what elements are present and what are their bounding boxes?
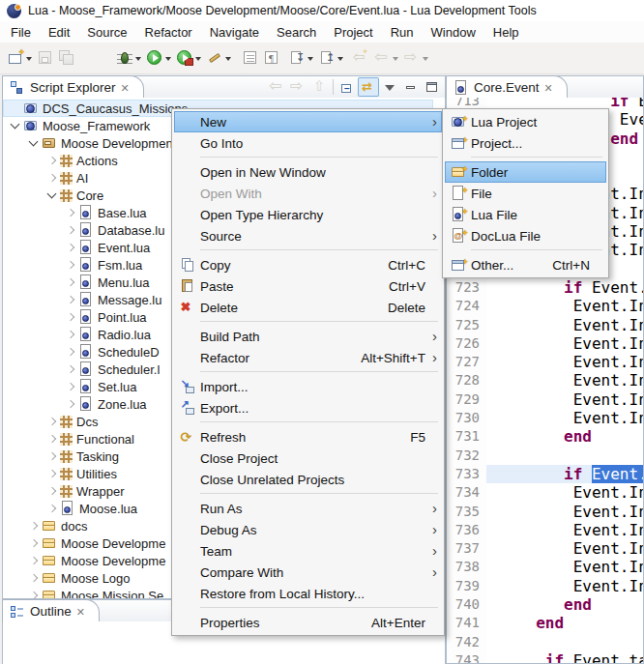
show-whitespace-button[interactable] xyxy=(261,45,282,71)
menu-item-close-unrelated-projects[interactable]: Close Unrelated Projects xyxy=(174,469,442,490)
menu-item-lua-project[interactable]: Lua Project xyxy=(445,111,606,132)
menu-item-open-type-hierarchy[interactable]: Open Type Hierarchy xyxy=(174,204,442,225)
submenu-arrow-icon xyxy=(425,229,437,244)
menu-item-export[interactable]: Export... xyxy=(174,397,442,419)
menu-item-build-path[interactable]: Build Path xyxy=(174,326,442,347)
menu-item-compare-with[interactable]: Compare With xyxy=(174,562,442,583)
menu-item-debug-as[interactable]: Debug As xyxy=(174,519,442,540)
tab-outline[interactable]: Outline xyxy=(2,599,100,622)
tree-item-label: Wrapper xyxy=(76,484,125,499)
menu-item-delete[interactable]: DeleteDelete xyxy=(174,297,442,318)
chevron-collapsed-icon[interactable] xyxy=(64,241,77,254)
menu-item-label: Build Path xyxy=(200,330,425,344)
close-icon[interactable] xyxy=(121,80,130,95)
menu-item-file[interactable]: File xyxy=(445,183,606,204)
maximize-button[interactable] xyxy=(422,77,443,97)
chevron-collapsed-icon[interactable] xyxy=(64,293,77,306)
chevron-collapsed-icon[interactable] xyxy=(45,154,59,167)
back-button xyxy=(371,45,401,71)
mark-occurrences-button[interactable] xyxy=(240,45,261,71)
chevron-collapsed-icon[interactable] xyxy=(27,536,41,550)
chevron-collapsed-icon[interactable] xyxy=(45,467,59,480)
menu-item-import[interactable]: Import... xyxy=(174,376,442,397)
new-wizard-button[interactable] xyxy=(5,45,35,71)
menu-item-close-project[interactable]: Close Project xyxy=(174,447,442,469)
run-external-button[interactable] xyxy=(174,45,204,71)
chevron-expanded-icon[interactable] xyxy=(9,119,22,132)
run-button[interactable] xyxy=(144,45,174,71)
lua-file-icon xyxy=(78,379,94,394)
chevron-collapsed-icon[interactable] xyxy=(27,554,41,567)
menubar-item-project[interactable]: Project xyxy=(325,22,381,43)
menubar-item-file[interactable]: File xyxy=(2,22,40,43)
chevron-collapsed-icon[interactable] xyxy=(64,206,77,219)
menu-item-refactor[interactable]: RefactorAlt+Shift+T xyxy=(174,347,442,368)
menubar-item-source[interactable]: Source xyxy=(78,22,135,43)
menu-item-source[interactable]: Source xyxy=(174,225,442,246)
menu-item-team[interactable]: Team xyxy=(174,540,442,562)
chevron-collapsed-icon[interactable] xyxy=(64,380,77,393)
code-segment: Event.IniD xyxy=(489,316,643,334)
chevron-collapsed-icon[interactable] xyxy=(64,310,77,324)
close-icon[interactable] xyxy=(544,80,553,95)
menubar-item-run[interactable]: Run xyxy=(382,22,423,43)
menu-item-run-as[interactable]: Run As xyxy=(174,498,442,519)
chevron-collapsed-icon[interactable] xyxy=(45,502,59,515)
chevron-collapsed-icon[interactable] xyxy=(45,449,59,463)
chevron-collapsed-icon[interactable] xyxy=(45,484,59,498)
chevron-collapsed-icon[interactable] xyxy=(64,223,77,237)
menubar-item-refactor[interactable]: Refactor xyxy=(136,22,201,43)
menu-item-project[interactable]: Project... xyxy=(445,132,606,154)
menu-item-new[interactable]: New xyxy=(174,111,442,132)
chevron-collapsed-icon[interactable] xyxy=(64,397,77,411)
menubar-item-edit[interactable]: Edit xyxy=(40,22,78,43)
chevron-collapsed-icon[interactable] xyxy=(45,432,59,446)
next-annotation-button[interactable] xyxy=(286,45,316,71)
menubar-item-window[interactable]: Window xyxy=(423,22,484,43)
menu-item-doclua-file[interactable]: DocLua File xyxy=(445,225,606,246)
menu-item-open-in-new-window[interactable]: Open in New Window xyxy=(174,161,442,183)
code-text: if Event.IniO xyxy=(486,278,643,297)
view-menu-button[interactable] xyxy=(379,77,400,97)
close-icon[interactable] xyxy=(76,604,85,619)
link-with-editor-button[interactable] xyxy=(358,77,379,97)
previous-annotation-button[interactable] xyxy=(316,45,346,71)
chevron-collapsed-icon[interactable] xyxy=(45,415,59,428)
code-line: 732 xyxy=(447,447,643,465)
menu-item-properties[interactable]: PropertiesAlt+Enter xyxy=(174,612,442,633)
tree-item-label: Actions xyxy=(76,154,118,168)
toolbar-separator xyxy=(333,79,334,95)
tab-core-event[interactable]: Core.Event xyxy=(446,75,568,99)
menu-item-label: Other... xyxy=(471,258,535,273)
chevron-collapsed-icon[interactable] xyxy=(64,362,77,376)
collapse-all-button[interactable] xyxy=(337,77,358,97)
menu-item-copy[interactable]: CopyCtrl+C xyxy=(174,254,442,275)
menu-item-refresh[interactable]: RefreshF5 xyxy=(174,426,442,447)
minimize-button[interactable] xyxy=(400,77,422,97)
menubar-item-help[interactable]: Help xyxy=(484,22,528,43)
chevron-collapsed-icon[interactable] xyxy=(45,171,59,185)
chevron-collapsed-icon[interactable] xyxy=(64,275,77,289)
menu-item-label: Export... xyxy=(200,401,425,416)
pencil-button[interactable] xyxy=(204,45,234,71)
chevron-collapsed-icon[interactable] xyxy=(27,571,41,585)
menubar-item-navigate[interactable]: Navigate xyxy=(201,22,268,43)
menu-item-lua-file[interactable]: Lua File xyxy=(445,204,606,225)
lua-file-icon xyxy=(78,396,94,412)
chevron-collapsed-icon[interactable] xyxy=(27,589,41,598)
menu-item-folder[interactable]: Folder xyxy=(445,161,606,183)
menu-item-other[interactable]: Other...Ctrl+N xyxy=(445,254,606,275)
menu-item-paste[interactable]: PasteCtrl+V xyxy=(174,275,442,297)
menu-item-restore-from-local-history[interactable]: Restore from Local History... xyxy=(174,583,442,604)
chevron-collapsed-icon[interactable] xyxy=(64,345,77,359)
chevron-expanded-icon[interactable] xyxy=(45,188,59,202)
chevron-collapsed-icon[interactable] xyxy=(64,258,77,272)
menubar-item-search[interactable]: Search xyxy=(268,22,325,43)
link-with-editor-icon xyxy=(361,79,376,95)
tab-script-explorer[interactable]: Script Explorer xyxy=(2,75,144,99)
chevron-collapsed-icon[interactable] xyxy=(27,519,41,533)
chevron-collapsed-icon[interactable] xyxy=(64,328,77,341)
chevron-expanded-icon[interactable] xyxy=(27,136,41,150)
debug-button[interactable] xyxy=(114,45,144,71)
menu-item-go-into[interactable]: Go Into xyxy=(174,132,442,154)
